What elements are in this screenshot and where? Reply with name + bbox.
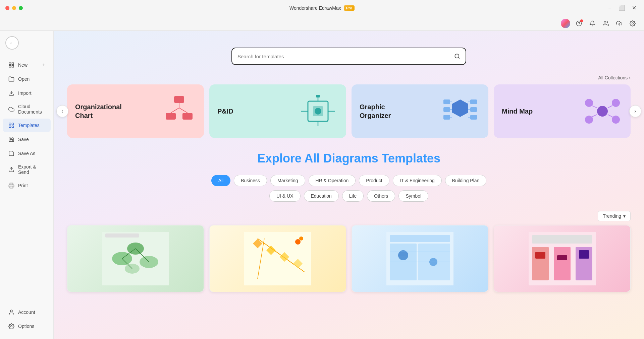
close-traffic-light[interactable] xyxy=(5,6,9,10)
filter-others[interactable]: Others xyxy=(367,190,395,202)
trending-label: Trending xyxy=(603,213,621,219)
sidebar-item-templates[interactable]: Templates xyxy=(3,119,51,132)
filter-ui-ux[interactable]: UI & UX xyxy=(269,190,301,202)
filter-life[interactable]: Life xyxy=(342,190,364,202)
svg-rect-8 xyxy=(9,66,11,67)
template-card-mind-map[interactable]: Mind Map xyxy=(494,84,631,138)
bell-icon[interactable] xyxy=(588,19,597,28)
sidebar-bottom: Account Options xyxy=(0,302,53,339)
template-thumb-4[interactable] xyxy=(494,225,631,292)
users-icon[interactable] xyxy=(601,19,610,28)
options-icon xyxy=(8,323,15,330)
thumb-img-2 xyxy=(210,225,346,292)
svg-line-24 xyxy=(171,108,179,113)
svg-point-51 xyxy=(612,116,620,124)
maximize-button[interactable]: ⬜ xyxy=(617,3,627,13)
explore-prefix: Explore xyxy=(257,151,305,165)
search-divider xyxy=(450,52,450,60)
templates-label: Templates xyxy=(18,123,40,128)
svg-rect-12 xyxy=(9,126,11,128)
notification-dot xyxy=(580,19,583,22)
template-card-pid[interactable]: P&ID xyxy=(209,84,346,138)
template-card-org-chart[interactable]: Organizational Chart xyxy=(67,84,204,138)
filter-all[interactable]: All xyxy=(211,175,231,186)
help-icon[interactable] xyxy=(574,19,584,28)
template-thumb-2[interactable] xyxy=(209,225,346,292)
maximize-traffic-light[interactable] xyxy=(19,6,23,10)
svg-rect-86 xyxy=(554,247,571,280)
svg-rect-89 xyxy=(557,255,567,260)
filter-product[interactable]: Product xyxy=(359,175,389,186)
save-icon xyxy=(8,136,15,143)
app-name: Wondershare EdrawMax xyxy=(289,5,341,11)
filter-business[interactable]: Business xyxy=(234,175,267,186)
open-icon xyxy=(8,76,15,82)
svg-rect-88 xyxy=(535,252,545,259)
filter-building-plan[interactable]: Building Plan xyxy=(445,175,487,186)
sidebar-item-export[interactable]: Export & Send xyxy=(3,161,51,178)
content-area: All Collections › ‹ Organizational Chart xyxy=(54,31,644,339)
sidebar-item-options[interactable]: Options xyxy=(3,320,51,333)
save-label: Save xyxy=(18,137,29,142)
template-card-graphic-organizer[interactable]: Graphic Organizer xyxy=(352,84,488,138)
minimize-traffic-light[interactable] xyxy=(12,6,16,10)
carousel-track: Organizational Chart P&ID xyxy=(67,84,631,138)
svg-rect-38 xyxy=(443,99,450,104)
close-button[interactable]: ✕ xyxy=(629,3,639,13)
sidebar-item-cloud[interactable]: Cloud Documents xyxy=(3,100,51,118)
filter-row-1: All Business Marketing HR & Operation Pr… xyxy=(67,175,631,186)
sidebar-item-import[interactable]: Import xyxy=(3,86,51,100)
svg-rect-21 xyxy=(166,113,176,120)
svg-rect-36 xyxy=(470,107,477,112)
all-collections-text: All Collections xyxy=(598,75,628,80)
trending-dropdown[interactable]: Trending ▾ xyxy=(598,211,631,221)
svg-point-72 xyxy=(295,239,301,245)
graphic-organizer-label: Graphic Organizer xyxy=(360,103,410,120)
back-button[interactable]: ← xyxy=(5,36,19,50)
thumb-img-1 xyxy=(67,225,204,292)
search-section xyxy=(54,31,644,75)
sidebar-item-new[interactable]: New + xyxy=(3,58,51,72)
filter-row-2: UI & UX Education Life Others Symbol xyxy=(67,190,631,202)
filter-marketing[interactable]: Marketing xyxy=(270,175,305,186)
app-title: Wondershare EdrawMax Pro xyxy=(289,5,355,11)
svg-rect-64 xyxy=(105,233,139,238)
filter-education[interactable]: Education xyxy=(304,190,339,202)
pid-label: P&ID xyxy=(217,107,233,116)
user-avatar[interactable] xyxy=(561,19,570,28)
filter-hr-operation[interactable]: HR & Operation xyxy=(309,175,356,186)
svg-point-49 xyxy=(612,99,620,107)
options-label: Options xyxy=(18,324,34,329)
upload-icon[interactable] xyxy=(614,19,624,28)
svg-rect-40 xyxy=(443,115,450,120)
open-label: Open xyxy=(18,76,30,82)
carousel-next-button[interactable]: › xyxy=(629,105,641,117)
thumb-img-3 xyxy=(352,225,488,292)
svg-rect-13 xyxy=(12,126,14,128)
svg-point-2 xyxy=(604,21,606,23)
svg-line-25 xyxy=(179,108,187,113)
template-thumb-3[interactable] xyxy=(352,225,488,292)
filter-it-engineering[interactable]: IT & Engineering xyxy=(393,175,442,186)
all-collections-link[interactable]: All Collections › xyxy=(598,75,631,80)
sidebar-back-section: ← xyxy=(0,31,53,55)
svg-point-28 xyxy=(315,108,321,115)
filter-symbol[interactable]: Symbol xyxy=(398,190,428,202)
sidebar-item-save-as[interactable]: Save As xyxy=(3,147,51,160)
sidebar-item-save[interactable]: Save xyxy=(3,133,51,146)
search-input[interactable] xyxy=(237,54,446,59)
sidebar-item-open[interactable]: Open xyxy=(3,72,51,86)
carousel-prev-button[interactable]: ‹ xyxy=(56,105,68,117)
svg-point-4 xyxy=(632,22,634,24)
svg-rect-10 xyxy=(9,123,11,125)
minimize-button[interactable]: − xyxy=(605,3,614,13)
template-thumb-1[interactable] xyxy=(67,225,204,292)
sidebar-item-print[interactable]: Print xyxy=(3,179,51,192)
trending-chevron: ▾ xyxy=(623,213,626,219)
new-plus-icon: + xyxy=(42,62,45,68)
search-button[interactable] xyxy=(454,53,460,59)
svg-line-54 xyxy=(592,115,597,117)
templates-icon xyxy=(8,122,15,129)
sidebar-item-account[interactable]: Account xyxy=(3,306,51,319)
settings-icon[interactable] xyxy=(628,19,637,28)
